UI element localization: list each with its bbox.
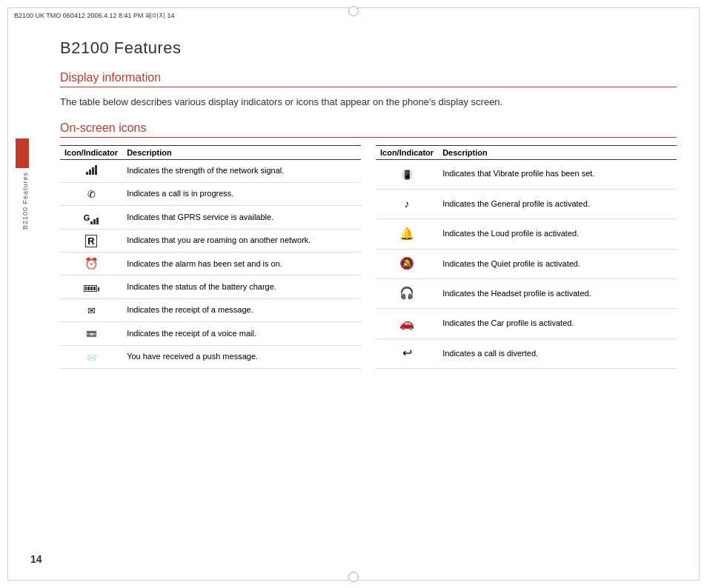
right-col1-header: Icon/Indicator bbox=[376, 145, 438, 159]
tables-container: Icon/Indicator Description Indicates the… bbox=[60, 145, 677, 370]
table-row: ✉ Indicates the receipt of a message. bbox=[60, 298, 361, 321]
desc-push: You have received a push message. bbox=[122, 345, 361, 368]
desc-roam: Indicates that you are roaming on anothe… bbox=[122, 229, 361, 252]
roam-icon: R bbox=[85, 235, 96, 248]
icon-vibrate: 📳 bbox=[376, 159, 438, 189]
table-row: ♪ Indicates the General profile is activ… bbox=[376, 189, 677, 218]
desc-general: Indicates the General profile is activat… bbox=[438, 189, 677, 218]
table-row: ⏰ Indicates the alarm has been set and i… bbox=[60, 253, 361, 275]
table-row: ↩ Indicates a call is diverted. bbox=[376, 338, 677, 368]
note-icon: ♪ bbox=[405, 198, 410, 210]
main-content: B2100 Features B2100 Features Display in… bbox=[7, 24, 700, 581]
right-table: Icon/Indicator Description 📳 Indicates t… bbox=[376, 145, 677, 370]
table-row: 🚗 Indicates the Car profile is activated… bbox=[376, 309, 677, 338]
table-row: 🔕 Indicates the Quiet profile is activat… bbox=[376, 249, 677, 278]
desc-loud: Indicates the Loud profile is activated. bbox=[438, 219, 677, 249]
quiet-icon: 🔕 bbox=[399, 257, 414, 270]
icon-voicemail: 📼 bbox=[60, 322, 122, 345]
desc-alarm: Indicates the alarm has been set and is … bbox=[122, 253, 361, 275]
left-table: Icon/Indicator Description Indicates the… bbox=[60, 145, 361, 370]
top-circle bbox=[348, 6, 359, 16]
desc-vibrate: Indicates that Vibrate profile has been … bbox=[438, 159, 677, 189]
page-title: B2100 Features bbox=[60, 39, 677, 58]
desc-car: Indicates the Car profile is activated. bbox=[438, 309, 677, 338]
left-col2-header: Description bbox=[122, 145, 361, 159]
icon-loud: 🔔 bbox=[376, 219, 438, 249]
desc-headset: Indicates the Headset profile is activat… bbox=[438, 278, 677, 308]
section-heading: Display information bbox=[60, 71, 677, 87]
push-icon: 📨 bbox=[86, 353, 97, 363]
table-row: Indicates the status of the battery char… bbox=[60, 275, 361, 298]
desc-gprs: Indicates that GPRS service is available… bbox=[122, 206, 361, 229]
icon-envelope: ✉ bbox=[60, 298, 122, 321]
icon-quiet: 🔕 bbox=[376, 249, 438, 278]
table-row: Indicates the strength of the network si… bbox=[60, 159, 361, 182]
icon-phone: ✆ bbox=[60, 182, 122, 205]
table-row: R Indicates that you are roaming on anot… bbox=[60, 229, 361, 252]
page-number: 14 bbox=[30, 553, 42, 565]
table-row: ✆ Indicates a call is in progress. bbox=[60, 182, 361, 205]
gprs-icon: G bbox=[84, 213, 99, 224]
sidebar-label: B2100 Features bbox=[21, 172, 29, 230]
desc-voicemail: Indicates the receipt of a voice mail. bbox=[122, 322, 361, 345]
section-subtitle: The table below describes various displa… bbox=[60, 95, 677, 110]
icon-note: ♪ bbox=[376, 189, 438, 218]
loud-icon: 🔔 bbox=[399, 227, 414, 240]
desc-envelope: Indicates the receipt of a message. bbox=[122, 298, 361, 321]
desc-phone: Indicates a call is in progress. bbox=[122, 182, 361, 205]
right-col2-header: Description bbox=[438, 145, 677, 159]
table-row: 🔔 Indicates the Loud profile is activate… bbox=[376, 219, 677, 249]
icon-roam: R bbox=[60, 229, 122, 252]
signal-bars-icon bbox=[86, 164, 97, 175]
table-row: 📳 Indicates that Vibrate profile has bee… bbox=[376, 159, 677, 189]
red-tab bbox=[16, 138, 29, 168]
vibrate-icon: 📳 bbox=[402, 170, 413, 180]
icon-push: 📨 bbox=[60, 345, 122, 368]
desc-divert: Indicates a call is diverted. bbox=[438, 338, 677, 368]
icon-divert: ↩ bbox=[376, 338, 438, 368]
table-row: 🎧 Indicates the Headset profile is activ… bbox=[376, 278, 677, 308]
icon-battery bbox=[60, 275, 122, 298]
phone-icon: ✆ bbox=[87, 189, 96, 200]
icon-car: 🚗 bbox=[376, 309, 438, 338]
desc-quiet: Indicates the Quiet profile is activated… bbox=[438, 249, 677, 278]
alarm-icon: ⏰ bbox=[84, 257, 99, 270]
battery-icon bbox=[84, 285, 99, 292]
icon-gprs: G bbox=[60, 206, 122, 229]
car-icon: 🚗 bbox=[399, 317, 414, 330]
header-text: B2100 UK TMO 060412 2006.4.12 8:41 PM 페이… bbox=[14, 11, 174, 21]
icon-signal bbox=[60, 159, 122, 182]
icon-headset: 🎧 bbox=[376, 278, 438, 308]
desc-battery: Indicates the status of the battery char… bbox=[122, 275, 361, 298]
left-col1-header: Icon/Indicator bbox=[60, 145, 122, 159]
desc-signal: Indicates the strength of the network si… bbox=[122, 159, 361, 182]
envelope-icon: ✉ bbox=[87, 305, 96, 316]
table-row: 📼 Indicates the receipt of a voice mail. bbox=[60, 322, 361, 345]
on-screen-title: On-screen icons bbox=[60, 121, 677, 138]
table-row: 📨 You have received a push message. bbox=[60, 345, 361, 368]
voicemail-icon: 📼 bbox=[86, 329, 97, 339]
bottom-circle bbox=[348, 572, 359, 582]
icon-alarm: ⏰ bbox=[60, 253, 122, 275]
headset-icon: 🎧 bbox=[399, 287, 414, 299]
table-row: G Indicates that GPRS service is availab… bbox=[60, 206, 361, 229]
divert-icon: ↩ bbox=[402, 347, 412, 359]
